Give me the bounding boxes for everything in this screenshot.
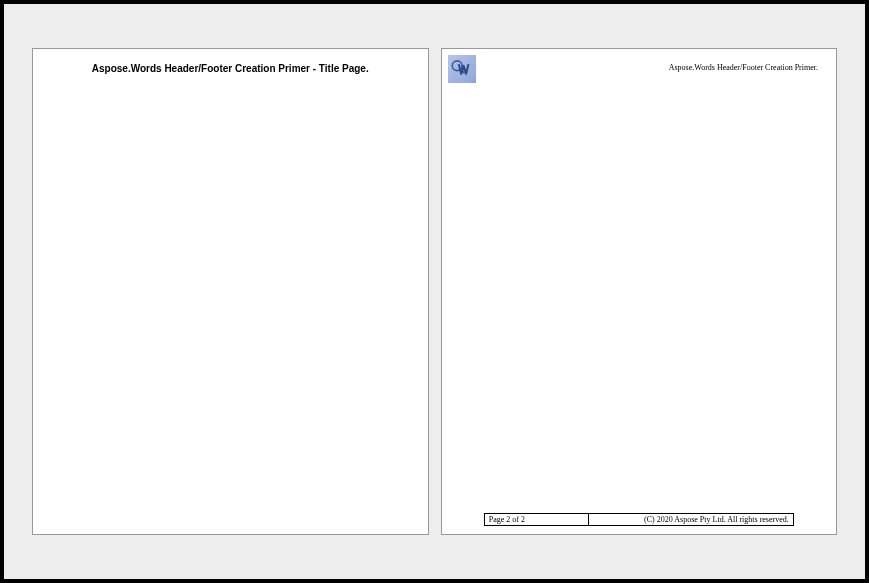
page-2-header: Aspose.Words Header/Footer Creation Prim… xyxy=(442,49,837,83)
page-1: Aspose.Words Header/Footer Creation Prim… xyxy=(32,48,429,535)
page-2: Aspose.Words Header/Footer Creation Prim… xyxy=(441,48,838,535)
footer-page-info: Page 2 of 2 xyxy=(484,514,588,526)
page-2-header-title: Aspose.Words Header/Footer Creation Prim… xyxy=(669,55,830,72)
footer-copyright: (C) 2020 Aspose Pty Ltd. All rights rese… xyxy=(588,514,793,526)
document-canvas: Aspose.Words Header/Footer Creation Prim… xyxy=(4,4,865,579)
footer-table: Page 2 of 2 (C) 2020 Aspose Pty Ltd. All… xyxy=(484,513,794,526)
word-document-icon xyxy=(448,55,476,83)
page-2-footer: Page 2 of 2 (C) 2020 Aspose Pty Ltd. All… xyxy=(442,513,837,526)
page-1-header-title: Aspose.Words Header/Footer Creation Prim… xyxy=(33,49,428,74)
